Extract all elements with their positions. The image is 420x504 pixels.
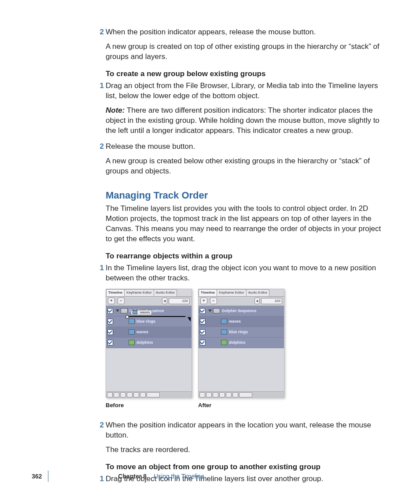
- checkbox-icon[interactable]: [200, 340, 206, 346]
- layer-icon: [129, 329, 135, 335]
- toolbar-button[interactable]: [199, 392, 205, 397]
- toolbar-button[interactable]: [219, 392, 225, 397]
- toolbar-button[interactable]: [226, 392, 232, 397]
- empty-area: [106, 348, 192, 391]
- checkbox-icon[interactable]: [107, 340, 113, 346]
- note-paragraph: Note: There are two different position i…: [106, 106, 388, 136]
- task-heading: To rearrange objects within a group: [106, 251, 388, 261]
- figure-caption: Before: [106, 401, 192, 409]
- toolbar-button[interactable]: [206, 392, 212, 397]
- group-row[interactable]: Dolphin Sequence waves: [106, 306, 192, 316]
- group-label: Dolphin Sequence: [222, 308, 257, 313]
- step-2a: 2 When the position indicator appears, r…: [106, 27, 388, 37]
- divider: [48, 471, 48, 482]
- toolbar-button[interactable]: [114, 392, 119, 397]
- step-text: Release the mouse button.: [106, 142, 388, 152]
- layers-list: Dolphin Sequence waves blue rings: [199, 306, 284, 348]
- layer-icon: [129, 340, 135, 345]
- step-1a: 1 Drag an object from the File Browser, …: [106, 81, 388, 101]
- step-text: When the position indicator appears in t…: [106, 420, 388, 441]
- step-left-button[interactable]: ◂: [162, 298, 167, 304]
- step-text: When the position indicator appears, rel…: [106, 27, 388, 37]
- layer-icon: [221, 329, 227, 335]
- group-row[interactable]: Dolphin Sequence: [199, 306, 284, 316]
- step-1b: 1 In the Timeline layers list, drag the …: [106, 263, 388, 283]
- toolbar-button[interactable]: [213, 392, 218, 397]
- tab-keyframe-editor[interactable]: Keyframe Editor: [217, 289, 246, 296]
- figure-row: Timeline Keyframe Editor Audio Editor + …: [106, 289, 388, 409]
- step-number: 2: [98, 27, 104, 37]
- toolbar-button[interactable]: [120, 392, 126, 397]
- layer-row[interactable]: blue rings: [199, 327, 284, 338]
- layer-row[interactable]: blue rings: [106, 316, 192, 327]
- checkbox-icon[interactable]: [107, 319, 113, 324]
- layer-label: waves: [136, 329, 148, 335]
- figure-caption: After: [198, 401, 284, 409]
- toolbar-button[interactable]: [232, 392, 238, 397]
- paragraph: The tracks are reordered.: [106, 445, 388, 455]
- zoom-slider[interactable]: [147, 392, 160, 397]
- step-number: 1: [98, 263, 104, 273]
- step-number: 1: [98, 81, 104, 91]
- checkbox-icon[interactable]: [107, 308, 113, 314]
- toolbar: + − ◂ 220: [199, 297, 284, 306]
- step-text: In the Timeline layers list, drag the ob…: [106, 263, 388, 283]
- toolbar-button[interactable]: [127, 392, 133, 397]
- layer-label: dolphins: [136, 340, 153, 345]
- step-number: 2: [98, 142, 104, 152]
- add-button[interactable]: +: [108, 298, 115, 304]
- frame-field[interactable]: 220: [169, 298, 190, 304]
- figure-after: Timeline Keyframe Editor Audio Editor + …: [198, 289, 284, 409]
- group-icon: [121, 308, 128, 313]
- tab-audio-editor[interactable]: Audio Editor: [246, 289, 270, 296]
- note-body: There are two different position indicat…: [106, 106, 379, 135]
- indicator-knob-icon: [125, 315, 129, 319]
- layer-label: waves: [229, 319, 241, 324]
- tab-audio-editor[interactable]: Audio Editor: [154, 289, 177, 296]
- layers-list: Dolphin Sequence waves: [106, 306, 192, 348]
- checkbox-icon[interactable]: [200, 319, 206, 324]
- remove-button[interactable]: −: [210, 298, 217, 304]
- toolbar-button[interactable]: [133, 392, 139, 397]
- add-button[interactable]: +: [200, 298, 207, 304]
- frame-field[interactable]: 220: [261, 298, 282, 304]
- paragraph: The Timeline layers list provides you wi…: [106, 204, 388, 244]
- disclosure-icon[interactable]: [208, 309, 212, 312]
- position-indicator: waves: [128, 316, 185, 317]
- bottom-toolbar: [199, 391, 284, 398]
- page-content: 2 When the position indicator appears, r…: [106, 27, 388, 489]
- step-left-button[interactable]: ◂: [254, 298, 260, 304]
- step-number: 2: [98, 420, 104, 430]
- layer-icon: [221, 319, 227, 324]
- layer-label: dolphins: [229, 340, 246, 345]
- empty-area: [199, 348, 284, 391]
- checkbox-icon[interactable]: [107, 329, 113, 335]
- tab-timeline[interactable]: Timeline: [106, 289, 125, 296]
- toolbar-button[interactable]: [140, 392, 146, 397]
- page-footer: 362 Chapter 8 Using the Timeline: [32, 471, 388, 482]
- bottom-toolbar: [106, 391, 192, 398]
- layer-row[interactable]: dolphins: [199, 338, 284, 348]
- paragraph: A new group is created below other exist…: [106, 156, 388, 177]
- screenshot-before: Timeline Keyframe Editor Audio Editor + …: [106, 289, 192, 398]
- remove-button[interactable]: −: [118, 298, 125, 304]
- tab-bar: Timeline Keyframe Editor Audio Editor: [106, 289, 192, 297]
- tab-keyframe-editor[interactable]: Keyframe Editor: [124, 289, 154, 296]
- step-text: Drag an object from the File Browser, Li…: [106, 81, 388, 101]
- disclosure-icon[interactable]: [116, 309, 119, 312]
- layer-row[interactable]: waves: [199, 316, 284, 327]
- toolbar-button[interactable]: [107, 392, 113, 397]
- layer-row[interactable]: waves: [106, 327, 192, 338]
- page-number: 362: [32, 472, 42, 481]
- figure-before: Timeline Keyframe Editor Audio Editor + …: [106, 289, 192, 409]
- tab-timeline[interactable]: Timeline: [199, 289, 217, 296]
- task-heading: To create a new group below existing gro…: [106, 69, 388, 79]
- checkbox-icon[interactable]: [200, 308, 206, 314]
- checkbox-icon[interactable]: [200, 329, 206, 335]
- zoom-slider[interactable]: [239, 392, 252, 397]
- layer-row[interactable]: dolphins: [106, 338, 192, 348]
- layer-label: blue rings: [229, 329, 248, 335]
- layer-label: blue rings: [136, 319, 155, 324]
- section-heading: Managing Track Order: [106, 189, 388, 202]
- drag-ghost-label: waves: [140, 310, 150, 315]
